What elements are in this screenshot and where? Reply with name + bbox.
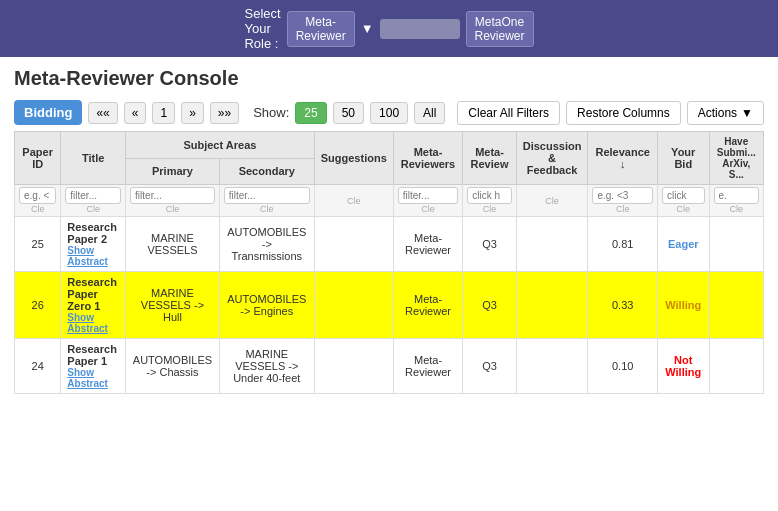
cell-meta-reviewers: Meta-Reviewer xyxy=(393,272,463,339)
show-abstract-link[interactable]: Show Abstract xyxy=(67,312,119,334)
filter-paper-id-input[interactable] xyxy=(19,187,56,204)
filter-row: Cle Cle Cle Cle Cle xyxy=(15,185,764,217)
filter-primary: Cle xyxy=(126,185,220,217)
filter-title-input[interactable] xyxy=(65,187,121,204)
filter-your-bid-input[interactable] xyxy=(662,187,705,204)
cell-secondary: AUTOMOBILES -> Transmissions xyxy=(219,217,314,272)
bidding-button[interactable]: Bidding xyxy=(14,100,82,125)
cell-your-bid: Not Willing xyxy=(657,339,709,394)
col-discussion: Discussion&Feedback xyxy=(516,132,588,185)
cell-paper-id: 25 xyxy=(15,217,61,272)
show-all-button[interactable]: All xyxy=(414,102,445,124)
pager-last[interactable]: »» xyxy=(210,102,239,124)
filter-have-submitted-input[interactable] xyxy=(714,187,759,204)
paper-title: Research Paper 2 xyxy=(67,221,117,245)
col-primary: Primary xyxy=(126,158,220,185)
filter-meta-reviewers: Cle xyxy=(393,185,463,217)
pager-next[interactable]: » xyxy=(181,102,204,124)
cell-discussion xyxy=(516,339,588,394)
cell-relevance: 0.10 xyxy=(588,339,658,394)
show-abstract-link[interactable]: Show Abstract xyxy=(67,367,119,389)
show-100-button[interactable]: 100 xyxy=(370,102,408,124)
filter-relevance-input[interactable] xyxy=(592,187,653,204)
col-have-submitted: HaveSubmi...ArXiv, S... xyxy=(709,132,763,185)
pager-prev[interactable]: « xyxy=(124,102,147,124)
filter-paper-id: Cle xyxy=(15,185,61,217)
cell-primary: MARINE VESSELS -> Hull xyxy=(126,272,220,339)
cell-title: Research Paper 1 Show Abstract xyxy=(61,339,126,394)
show-50-button[interactable]: 50 xyxy=(333,102,364,124)
cell-meta-review: Q3 xyxy=(463,217,516,272)
col-suggestions: Suggestions xyxy=(314,132,393,185)
col-meta-review: Meta-Review xyxy=(463,132,516,185)
top-nav-center: Select Your Role : Meta-Reviewer ▼ MetaO… xyxy=(244,6,533,51)
cell-suggestions xyxy=(314,339,393,394)
col-your-bid: YourBid xyxy=(657,132,709,185)
clear-all-filters-button[interactable]: Clear All Filters xyxy=(457,101,560,125)
filter-meta-reviewers-input[interactable] xyxy=(398,187,459,204)
filter-meta-review: Cle xyxy=(463,185,516,217)
cell-suggestions xyxy=(314,272,393,339)
table-row: 24 Research Paper 1 Show Abstract AUTOMO… xyxy=(15,339,764,394)
cell-meta-review: Q3 xyxy=(463,272,516,339)
cell-meta-reviewers: Meta-Reviewer xyxy=(393,217,463,272)
col-subject-areas: Subject Areas xyxy=(126,132,315,159)
col-meta-reviewers: Meta-Reviewers xyxy=(393,132,463,185)
nav-search-input[interactable] xyxy=(380,19,460,39)
filter-have-submitted: Cle xyxy=(709,185,763,217)
table-wrapper: PaperID Title Subject Areas Suggestions … xyxy=(0,131,778,394)
user-dropdown[interactable]: MetaOne Reviewer xyxy=(466,11,534,47)
cell-secondary: AUTOMOBILES -> Engines xyxy=(219,272,314,339)
role-dropdown[interactable]: Meta-Reviewer xyxy=(287,11,355,47)
top-nav-bar: Select Your Role : Meta-Reviewer ▼ MetaO… xyxy=(0,0,778,57)
col-paper-id: PaperID xyxy=(15,132,61,185)
filter-discussion: Cle xyxy=(516,185,588,217)
actions-button[interactable]: Actions ▼ xyxy=(687,101,764,125)
show-25-button[interactable]: 25 xyxy=(295,102,326,124)
cell-relevance: 0.33 xyxy=(588,272,658,339)
select-role-label: Select Your Role : xyxy=(244,6,280,51)
filter-your-bid: Cle xyxy=(657,185,709,217)
col-title: Title xyxy=(61,132,126,185)
cell-suggestions xyxy=(314,217,393,272)
cell-title: Research Paper 2 Show Abstract xyxy=(61,217,126,272)
cell-have-submitted xyxy=(709,217,763,272)
filter-meta-review-input[interactable] xyxy=(467,187,511,204)
cell-discussion xyxy=(516,217,588,272)
table-row: 26 Research Paper Zero 1 Show Abstract M… xyxy=(15,272,764,339)
filter-relevance: Cle xyxy=(588,185,658,217)
cell-relevance: 0.81 xyxy=(588,217,658,272)
table-row: 25 Research Paper 2 Show Abstract MARINE… xyxy=(15,217,764,272)
cell-your-bid: Willing xyxy=(657,272,709,339)
cell-meta-review: Q3 xyxy=(463,339,516,394)
cell-paper-id: 26 xyxy=(15,272,61,339)
col-relevance: Relevance↓ xyxy=(588,132,658,185)
col-secondary: Secondary xyxy=(219,158,314,185)
cell-primary: MARINE VESSELS xyxy=(126,217,220,272)
cell-discussion xyxy=(516,272,588,339)
cell-secondary: MARINE VESSELS -> Under 40-feet xyxy=(219,339,314,394)
cell-paper-id: 24 xyxy=(15,339,61,394)
nav-separator: ▼ xyxy=(361,21,374,36)
toolbar: Bidding «« « 1 » »» Show: 25 50 100 All … xyxy=(0,96,778,131)
actions-chevron-icon: ▼ xyxy=(741,106,753,120)
cell-primary: AUTOMOBILES -> Chassis xyxy=(126,339,220,394)
main-table: PaperID Title Subject Areas Suggestions … xyxy=(14,131,764,394)
paper-title: Research Paper 1 xyxy=(67,343,117,367)
cell-meta-reviewers: Meta-Reviewer xyxy=(393,339,463,394)
filter-primary-input[interactable] xyxy=(130,187,215,204)
paper-title: Research Paper Zero 1 xyxy=(67,276,117,312)
cell-have-submitted xyxy=(709,272,763,339)
toolbar-right: Clear All Filters Restore Columns Action… xyxy=(457,101,764,125)
cell-have-submitted xyxy=(709,339,763,394)
pager-current[interactable]: 1 xyxy=(152,102,175,124)
show-abstract-link[interactable]: Show Abstract xyxy=(67,245,119,267)
filter-secondary: Cle xyxy=(219,185,314,217)
page-title: Meta-Reviewer Console xyxy=(0,57,778,96)
filter-suggestions: Cle xyxy=(314,185,393,217)
restore-columns-button[interactable]: Restore Columns xyxy=(566,101,681,125)
cell-title: Research Paper Zero 1 Show Abstract xyxy=(61,272,126,339)
show-label: Show: xyxy=(253,105,289,120)
pager-first[interactable]: «« xyxy=(88,102,117,124)
filter-secondary-input[interactable] xyxy=(224,187,310,204)
